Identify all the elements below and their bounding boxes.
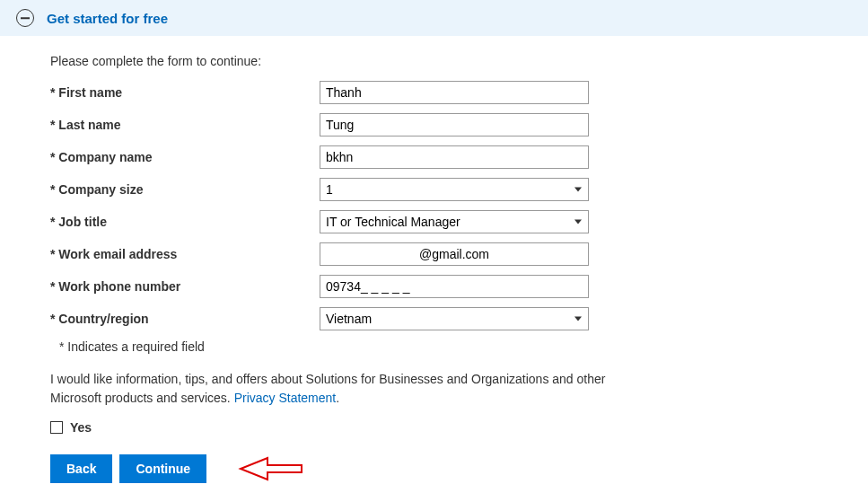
- privacy-link[interactable]: Privacy Statement: [234, 391, 337, 405]
- checkbox-icon[interactable]: [50, 421, 63, 434]
- row-company-name: * Company name: [50, 145, 868, 169]
- collapse-icon[interactable]: [16, 9, 34, 27]
- label-first-name: * First name: [50, 85, 320, 100]
- checkbox-row[interactable]: Yes: [50, 420, 868, 435]
- back-button[interactable]: Back: [50, 454, 112, 483]
- company-size-select[interactable]: 1: [320, 178, 589, 201]
- content: Please complete the form to continue: * …: [0, 36, 868, 493]
- consent-period: .: [336, 391, 339, 405]
- label-company-name: * Company name: [50, 150, 320, 164]
- country-select[interactable]: Vietnam: [320, 307, 589, 330]
- row-work-phone: * Work phone number: [50, 275, 868, 298]
- row-first-name: * First name: [50, 81, 868, 104]
- label-country: * Country/region: [50, 312, 320, 326]
- required-note: * Indicates a required field: [59, 339, 868, 354]
- banner: Get started for free: [0, 0, 868, 36]
- work-phone-input[interactable]: [320, 275, 589, 298]
- last-name-input[interactable]: [320, 113, 589, 136]
- instruction-text: Please complete the form to continue:: [50, 54, 868, 68]
- label-work-email: * Work email address: [50, 247, 320, 261]
- row-country: * Country/region Vietnam: [50, 307, 868, 330]
- company-name-input[interactable]: [320, 145, 589, 169]
- row-last-name: * Last name: [50, 113, 868, 136]
- consent-text: I would like information, tips, and offe…: [50, 370, 607, 408]
- button-row: Back Continue: [50, 454, 868, 483]
- label-job-title: * Job title: [50, 215, 320, 229]
- row-job-title: * Job title IT or Technical Manager: [50, 210, 868, 233]
- label-company-size: * Company size: [50, 182, 320, 197]
- arrow-annotation-icon: [232, 454, 303, 483]
- banner-title: Get started for free: [47, 11, 168, 26]
- label-work-phone: * Work phone number: [50, 279, 320, 294]
- label-last-name: * Last name: [50, 118, 320, 132]
- job-title-select[interactable]: IT or Technical Manager: [320, 210, 589, 233]
- checkbox-label: Yes: [70, 420, 92, 435]
- work-email-input[interactable]: [320, 242, 589, 266]
- row-work-email: * Work email address: [50, 242, 868, 266]
- row-company-size: * Company size 1: [50, 178, 868, 201]
- continue-button[interactable]: Continue: [119, 454, 206, 483]
- first-name-input[interactable]: [320, 81, 589, 104]
